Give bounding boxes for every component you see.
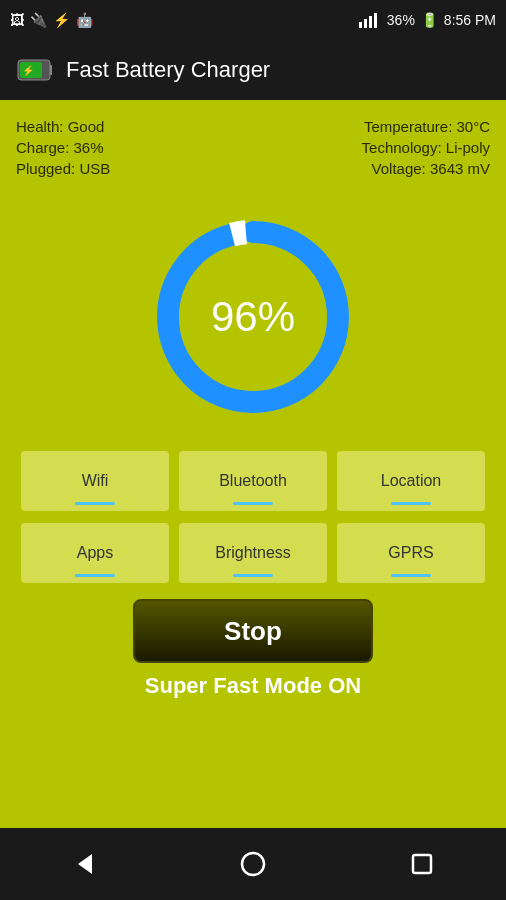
apps-button[interactable]: Apps	[21, 523, 169, 583]
temperature-stat: Temperature: 30°C	[364, 118, 490, 135]
usb-icon: 🔌	[30, 12, 47, 28]
svg-marker-11	[78, 854, 92, 874]
wifi-label: Wifi	[82, 472, 109, 490]
signal-icon	[359, 12, 381, 28]
home-icon	[239, 850, 267, 878]
location-button[interactable]: Location	[337, 451, 485, 511]
gprs-label: GPRS	[388, 544, 433, 562]
location-label: Location	[381, 472, 442, 490]
stats-right: Temperature: 30°C Technology: Li-poly Vo…	[362, 118, 490, 177]
svg-rect-1	[364, 19, 367, 28]
svg-point-12	[242, 853, 264, 875]
super-fast-mode-label: Super Fast Mode ON	[145, 673, 361, 699]
stats-left: Health: Good Charge: 36% Plugged: USB	[16, 118, 110, 177]
brightness-label: Brightness	[215, 544, 291, 562]
recent-apps-button[interactable]	[397, 839, 447, 889]
stop-button[interactable]: Stop	[133, 599, 373, 663]
app-logo: ⚡	[14, 50, 54, 90]
time-display: 8:56 PM	[444, 12, 496, 28]
status-bar: 🖼 🔌 ⚡ 🤖 36% 🔋 8:56 PM	[0, 0, 506, 40]
svg-text:⚡: ⚡	[22, 64, 35, 77]
brightness-button[interactable]: Brightness	[179, 523, 327, 583]
svg-rect-5	[50, 65, 52, 75]
plugged-stat: Plugged: USB	[16, 160, 110, 177]
status-right: 36% 🔋 8:56 PM	[359, 12, 496, 28]
android-icon: 🤖	[76, 12, 93, 28]
technology-stat: Technology: Li-poly	[362, 139, 490, 156]
home-button[interactable]	[228, 839, 278, 889]
battery-percentage: 96%	[211, 293, 295, 341]
app-title: Fast Battery Charger	[66, 57, 270, 83]
battery-percent: 36%	[387, 12, 415, 28]
apps-label: Apps	[77, 544, 113, 562]
image-icon: 🖼	[10, 12, 24, 28]
back-button[interactable]	[59, 839, 109, 889]
control-buttons-row2: Apps Brightness GPRS	[16, 523, 490, 583]
charge-stat: Charge: 36%	[16, 139, 104, 156]
gprs-button[interactable]: GPRS	[337, 523, 485, 583]
health-stat: Health: Good	[16, 118, 104, 135]
bottom-nav	[0, 828, 506, 900]
wifi-button[interactable]: Wifi	[21, 451, 169, 511]
back-icon	[70, 850, 98, 878]
main-content: Health: Good Charge: 36% Plugged: USB Te…	[0, 100, 506, 828]
bluetooth-button[interactable]: Bluetooth	[179, 451, 327, 511]
app-logo-svg: ⚡	[16, 52, 52, 88]
svg-rect-2	[369, 16, 372, 28]
svg-rect-0	[359, 22, 362, 28]
control-buttons-row1: Wifi Bluetooth Location	[16, 451, 490, 511]
svg-rect-13	[413, 855, 431, 873]
status-icons-left: 🖼 🔌 ⚡ 🤖	[10, 12, 93, 28]
battery-donut-chart: 96%	[143, 207, 363, 427]
stats-row: Health: Good Charge: 36% Plugged: USB Te…	[16, 118, 490, 177]
bluetooth-label: Bluetooth	[219, 472, 287, 490]
battery-icon: 🔋	[421, 12, 438, 28]
title-bar: ⚡ Fast Battery Charger	[0, 40, 506, 100]
voltage-stat: Voltage: 3643 mV	[372, 160, 490, 177]
svg-rect-3	[374, 13, 377, 28]
recent-icon	[408, 850, 436, 878]
usb2-icon: ⚡	[53, 12, 70, 28]
